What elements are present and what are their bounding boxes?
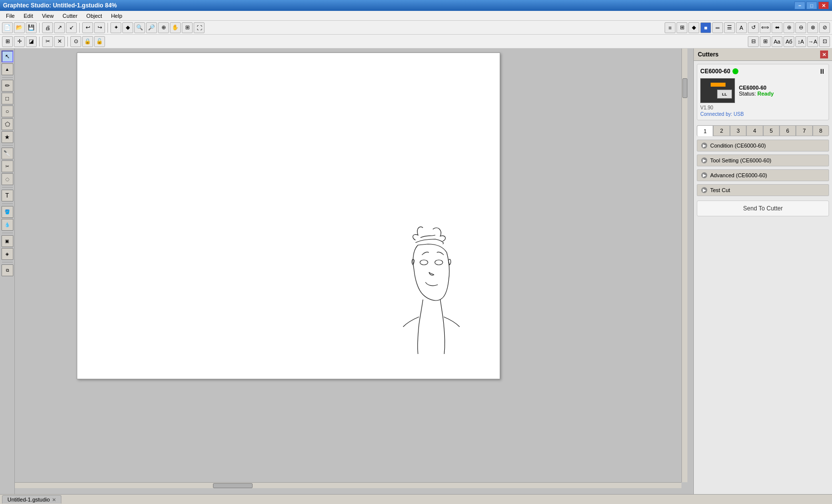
tab-1[interactable]: 1 <box>697 125 713 136</box>
stroke-tool[interactable]: ☰ <box>724 22 735 33</box>
align-tool[interactable]: ≡ <box>665 22 676 33</box>
tab-3[interactable]: 3 <box>730 125 746 136</box>
separator-1 <box>39 23 40 33</box>
cutters-close-button[interactable]: ✕ <box>820 50 828 58</box>
tool-star[interactable]: ★ <box>1 131 13 143</box>
cutters-header: Cutters ✕ <box>694 49 832 61</box>
svg-point-1 <box>435 260 443 265</box>
intersect-tool[interactable]: ⊗ <box>807 22 818 33</box>
fill-tool[interactable]: ■ <box>700 22 711 33</box>
toolbar-2: ⊞ ✛ ◪ ✂ ✕ ⊙ 🔒 🔓 ⊟ ⊞ Aa Aб ↕A →A ⊡ <box>0 35 832 49</box>
canvas-area[interactable] <box>15 49 693 494</box>
lock-button[interactable]: 🔒 <box>82 36 93 47</box>
menu-file[interactable]: File <box>2 12 19 20</box>
tab-6[interactable]: 6 <box>780 125 796 136</box>
tb2-r2[interactable]: ⊞ <box>760 36 771 47</box>
zoom-out-button[interactable]: 🔎 <box>146 22 157 33</box>
tool-scissors[interactable]: ✂ <box>1 160 13 172</box>
tool-pen[interactable]: ✏ <box>1 80 13 92</box>
zoom-fit-button[interactable]: ⊕ <box>158 22 169 33</box>
menu-cutter[interactable]: Cutter <box>58 12 81 20</box>
rotate-tool[interactable]: ↺ <box>748 22 759 33</box>
tool-layers[interactable]: ⧉ <box>1 264 13 276</box>
close-button[interactable]: ✕ <box>818 1 829 9</box>
tool-ellipse[interactable]: ○ <box>1 105 13 117</box>
tool-node[interactable]: ▲ <box>1 63 13 75</box>
tool-polygon[interactable]: ⬠ <box>1 118 13 130</box>
condition-section: ▶ Condition (CE6000-60) <box>697 140 829 151</box>
file-tab-1[interactable]: Untitled-1.gstudio ✕ <box>2 495 61 504</box>
tool-frame[interactable]: ▣ <box>1 235 13 247</box>
copy-tool[interactable]: ⊘ <box>819 22 830 33</box>
tb2-r3[interactable]: Aa <box>772 36 782 47</box>
new-button[interactable]: 📄 <box>2 22 13 33</box>
save-button[interactable]: 💾 <box>26 22 37 33</box>
open-button[interactable]: 📂 <box>14 22 25 33</box>
print-button[interactable]: 🖨 <box>42 22 53 33</box>
weld-tool[interactable]: ⊕ <box>783 22 794 33</box>
pan-button[interactable]: ✋ <box>170 22 181 33</box>
tab-4[interactable]: 4 <box>746 125 763 136</box>
menu-view[interactable]: View <box>38 12 58 20</box>
tool-rect[interactable]: □ <box>1 93 13 104</box>
color-tool[interactable]: ◆ <box>688 22 699 33</box>
redo-button[interactable]: ↪ <box>94 22 105 33</box>
tb2-r4[interactable]: Aб <box>783 36 794 47</box>
maximize-button[interactable]: □ <box>806 1 817 9</box>
cut-button[interactable]: ✂ <box>42 36 53 47</box>
tb2-r5[interactable]: ↕A <box>795 36 806 47</box>
node-button[interactable]: ◆ <box>122 22 133 33</box>
advanced-header[interactable]: ▶ Advanced (CE6000-60) <box>697 170 829 181</box>
scroll-thumb-v[interactable] <box>682 78 687 98</box>
zoom-in-button[interactable]: 🔍 <box>134 22 145 33</box>
export-button[interactable]: ↗ <box>54 22 65 33</box>
delete-button[interactable]: ✕ <box>54 36 65 47</box>
tool-bucket[interactable]: 🪣 <box>1 206 13 218</box>
view-all-button[interactable]: ⊞ <box>182 22 193 33</box>
test-cut-header[interactable]: ▶ Test Cut <box>697 185 829 196</box>
tool-eraser[interactable]: ◌ <box>1 173 13 185</box>
minimize-button[interactable]: – <box>794 1 805 9</box>
snap-button[interactable]: ⊞ <box>2 36 13 47</box>
tool-mask[interactable]: ◈ <box>1 248 13 260</box>
tab-2[interactable]: 2 <box>713 125 729 136</box>
menu-edit[interactable]: Edit <box>20 12 37 20</box>
send-to-cutter-button[interactable]: Send To Cutter <box>697 201 829 216</box>
device-name-row: CE6000-60 <box>700 68 738 75</box>
tab-7[interactable]: 7 <box>796 125 812 136</box>
tab-5[interactable]: 5 <box>763 125 780 136</box>
title-bar: Graphtec Studio: Untitled-1.gstudio 84% … <box>0 0 832 11</box>
tb2-r6[interactable]: →A <box>807 36 818 47</box>
unlock-button[interactable]: 🔓 <box>94 36 105 47</box>
menu-help[interactable]: Help <box>107 12 126 20</box>
target-button[interactable]: ⊙ <box>70 36 81 47</box>
vertical-scrollbar[interactable] <box>681 49 687 482</box>
channel-tabs: 1 2 3 4 5 6 7 8 <box>697 125 829 136</box>
menu-object[interactable]: Object <box>82 12 106 20</box>
grid-tool[interactable]: ⊞ <box>676 22 687 33</box>
tool-knife[interactable]: 🔪 <box>1 148 13 159</box>
horizontal-scrollbar[interactable] <box>15 482 681 488</box>
snap3-button[interactable]: ◪ <box>26 36 37 47</box>
flip-tool[interactable]: ⟺ <box>760 22 771 33</box>
fullscreen-button[interactable]: ⛶ <box>194 22 205 33</box>
tb2-r1[interactable]: ⊟ <box>748 36 759 47</box>
tool-eyedrop[interactable]: 💧 <box>1 219 13 231</box>
import-button[interactable]: ↙ <box>66 22 77 33</box>
tool-setting-header[interactable]: ▶ Tool Setting (CE6000-60) <box>697 155 829 166</box>
undo-button[interactable]: ↩ <box>82 22 93 33</box>
subtract-tool[interactable]: ⊖ <box>795 22 806 33</box>
snap2-button[interactable]: ✛ <box>14 36 25 47</box>
tab-close-button[interactable]: ✕ <box>52 497 56 503</box>
condition-header[interactable]: ▶ Condition (CE6000-60) <box>697 140 829 151</box>
scroll-thumb-h[interactable] <box>213 483 253 488</box>
pause-button[interactable]: ⏸ <box>819 67 826 75</box>
tool-select[interactable]: ↖ <box>1 50 13 62</box>
mirror-tool[interactable]: ⬌ <box>772 22 782 33</box>
tb2-r7[interactable]: ⊡ <box>819 36 830 47</box>
line-tool[interactable]: ═ <box>712 22 723 33</box>
tab-8[interactable]: 8 <box>813 125 829 136</box>
tool-text[interactable]: T <box>1 190 13 202</box>
text-tool[interactable]: A <box>736 22 747 33</box>
select-button[interactable]: ✦ <box>110 22 121 33</box>
